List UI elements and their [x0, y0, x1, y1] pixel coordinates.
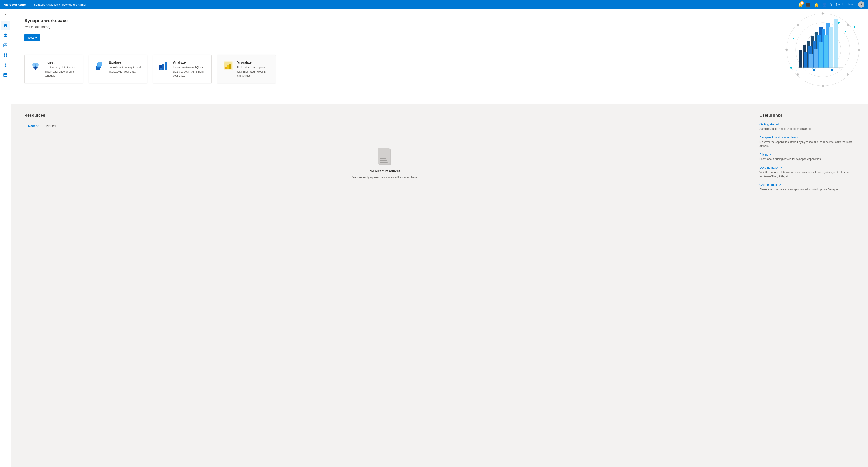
svg-rect-68: [225, 67, 227, 69]
svg-marker-56: [33, 67, 38, 70]
explore-desc: Learn how to navigate and interact with …: [109, 66, 142, 74]
explore-icon: [94, 60, 105, 71]
notification-badge: 11: [800, 1, 804, 5]
ingest-card-body: Ingest Use the copy data tool to import …: [44, 60, 78, 78]
breadcrumb-arrow: ▶: [59, 3, 61, 6]
analyze-icon: [158, 60, 169, 71]
feature-card-analyze[interactable]: Analyze Learn how to use SQL or Spark to…: [153, 55, 212, 84]
pricing-desc: Learn about pricing details for Synapse …: [760, 157, 855, 161]
integrate-icon: [3, 53, 7, 57]
svg-rect-2: [4, 53, 5, 55]
svg-rect-70: [229, 64, 231, 69]
external-link-icon-docs: ↗: [780, 166, 782, 169]
synapse-overview-link[interactable]: Synapse Analytics overview ↗: [760, 136, 798, 139]
svg-rect-3: [6, 53, 7, 55]
new-button-chevron: ▾: [35, 36, 37, 39]
resources-title: Resources: [24, 113, 746, 118]
synapse-overview-desc: Discover the capabilities offered by Syn…: [760, 140, 855, 148]
getting-started-desc: Samples, guide and tour to get you start…: [760, 127, 855, 131]
useful-links-panel: Useful links Getting started Samples, gu…: [760, 113, 855, 196]
feature-card-explore[interactable]: Explore Learn how to navigate and intera…: [89, 55, 147, 84]
visualize-icon: [223, 60, 234, 71]
svg-point-11: [785, 49, 788, 51]
feature-card-ingest[interactable]: Ingest Use the copy data tool to import …: [24, 55, 83, 84]
svg-point-57: [33, 63, 38, 66]
nav-separator: |: [29, 2, 30, 6]
workspace-name: [workspace name]: [24, 25, 855, 29]
directory-icon[interactable]: 👤: [822, 2, 827, 7]
visualize-desc: Build interactive reports with integrate…: [237, 66, 270, 78]
analyze-desc: Learn how to use SQL or Spark to get ins…: [173, 66, 206, 78]
svg-rect-65: [160, 68, 162, 70]
product-name[interactable]: Synapse Analytics: [34, 3, 58, 6]
svg-rect-5: [6, 55, 7, 57]
sidebar: «: [0, 9, 11, 467]
svg-point-13: [822, 12, 824, 15]
sidebar-item-home[interactable]: [1, 21, 10, 30]
hero-section: Synapse workspace [workspace name] New ▾: [11, 9, 868, 104]
sidebar-item-integrate[interactable]: [1, 51, 10, 60]
help-icon[interactable]: ?: [831, 2, 833, 6]
link-give-feedback: Give feedback ↗ Share your comments or s…: [760, 183, 855, 191]
tab-pinned[interactable]: Pinned: [42, 122, 59, 130]
ingest-icon: [30, 60, 41, 71]
main-content: Synapse workspace [workspace name] New ▾: [11, 9, 868, 467]
top-navigation: Microsoft Azure | Synapse Analytics ▶ [w…: [0, 0, 868, 9]
monitor-icon: [3, 63, 7, 67]
link-synapse-overview: Synapse Analytics overview ↗ Discover th…: [760, 135, 855, 148]
resources-section: Resources Recent Pinned No recent resour…: [11, 104, 868, 205]
settings-icon[interactable]: 🔔: [814, 2, 819, 7]
empty-resources-desc: Your recently opened resources will show…: [352, 176, 418, 179]
sidebar-item-monitor[interactable]: [1, 61, 10, 70]
app-layout: «: [0, 9, 868, 467]
visualize-title: Visualize: [237, 60, 270, 64]
pricing-link[interactable]: Pricing ↗: [760, 153, 771, 156]
resources-panel: Resources Recent Pinned No recent resour…: [24, 113, 746, 196]
resources-tabs: Recent Pinned: [24, 122, 746, 130]
user-avatar[interactable]: A: [858, 1, 864, 8]
svg-point-12: [858, 49, 860, 51]
ingest-title: Ingest: [44, 60, 78, 64]
link-getting-started: Getting started Samples, guide and tour …: [760, 122, 855, 131]
link-pricing: Pricing ↗ Learn about pricing details fo…: [760, 153, 855, 161]
empty-resources-title: No recent resources: [370, 169, 400, 173]
breadcrumb-path: Synapse Analytics ▶ [workspace name]: [34, 3, 86, 6]
svg-rect-4: [4, 55, 5, 57]
link-documentation: Documentation ↗ Visit the documentation …: [760, 166, 855, 178]
feature-cards-container: Ingest Use the copy data tool to import …: [24, 55, 855, 84]
new-button[interactable]: New ▾: [24, 34, 40, 41]
home-icon: [3, 23, 7, 27]
nav-right-actions: 🔔 11 ⬛ 🔔 👤 ? [email address] A: [798, 1, 864, 8]
sidebar-item-develop[interactable]: [1, 41, 10, 50]
documentation-desc: Visit the documentation center for quick…: [760, 170, 855, 178]
database-icon: [3, 33, 7, 37]
sidebar-item-manage[interactable]: [1, 70, 10, 80]
documentation-link[interactable]: Documentation ↗: [760, 166, 782, 169]
give-feedback-link[interactable]: Give feedback ↗: [760, 183, 781, 186]
sidebar-toggle[interactable]: «: [2, 11, 9, 18]
useful-links-title: Useful links: [760, 113, 855, 118]
external-link-icon-feedback: ↗: [779, 184, 781, 186]
manage-icon: [3, 73, 7, 77]
getting-started-link[interactable]: Getting started: [760, 123, 779, 126]
workspace-title: Synapse workspace: [24, 18, 855, 23]
sidebar-item-data[interactable]: [1, 31, 10, 40]
tab-recent[interactable]: Recent: [24, 122, 42, 130]
analyze-card-body: Analyze Learn how to use SQL or Spark to…: [173, 60, 206, 78]
feature-card-visualize[interactable]: Visualize Build interactive reports with…: [217, 55, 276, 84]
user-email[interactable]: [email address]: [836, 3, 855, 6]
ingest-desc: Use the copy data tool to import data on…: [44, 66, 78, 78]
visualize-card-body: Visualize Build interactive reports with…: [237, 60, 270, 78]
empty-resources-state: No recent resources Your recently opened…: [24, 135, 746, 188]
cloud-shell-icon[interactable]: ⬛: [806, 2, 811, 7]
explore-title: Explore: [109, 60, 142, 64]
analyze-title: Analyze: [173, 60, 206, 64]
svg-rect-64: [165, 62, 167, 70]
notifications-icon[interactable]: 🔔 11: [798, 2, 802, 7]
give-feedback-desc: Share your comments or suggestions with …: [760, 187, 855, 191]
brand-name: Microsoft Azure: [4, 3, 26, 6]
external-link-icon-pricing: ↗: [770, 153, 771, 156]
external-link-icon: ↗: [797, 136, 798, 138]
svg-rect-63: [162, 64, 164, 70]
develop-icon: [3, 43, 7, 47]
